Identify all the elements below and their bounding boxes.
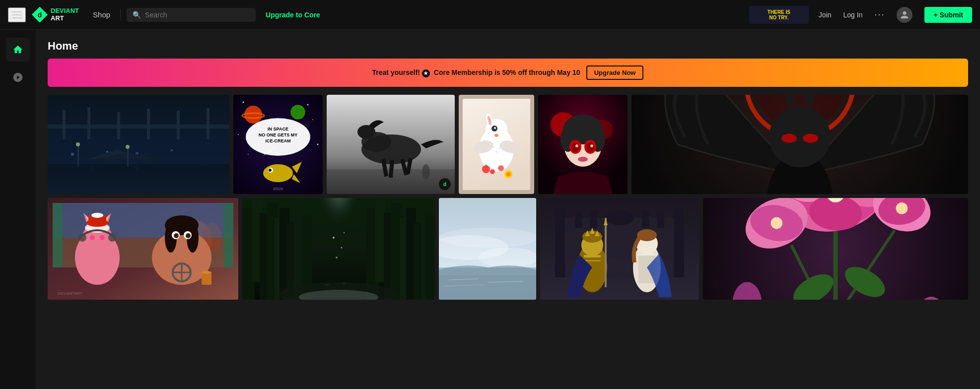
art-image-space-comic: IN SPACE NO ONE GETS MY ICE-CREAM 3/5/ [233,95,323,194]
hamburger-menu[interactable] [8,7,26,22]
svg-rect-135 [202,272,211,285]
art-grid: IN SPACE NO ONE GETS MY ICE-CREAM 3/5/ [36,95,980,312]
svg-rect-4 [63,110,66,139]
art-card[interactable] [540,198,699,300]
page-header: Home [36,30,980,59]
art-card[interactable]: IN SPACE NO ONE GETS MY ICE-CREAM 3/5/ [233,95,323,194]
svg-rect-180 [674,208,684,277]
svg-point-18 [135,163,139,171]
art-card[interactable]: DEVIANTART [48,198,238,300]
promo-banner-text: Treat yourself! ★ Core Membership is 50%… [372,68,580,77]
art-image-sky-landscape [439,198,536,300]
svg-point-163 [341,247,343,249]
svg-rect-183 [657,213,664,228]
promo-text-nav: THERE IS NO TRY. [768,9,790,20]
join-button[interactable]: Join [819,11,832,19]
submit-button[interactable]: + Submit [924,7,972,23]
promo-banner-nav[interactable]: THERE IS NO TRY. [749,6,809,24]
svg-point-130 [174,233,179,238]
art-card[interactable] [459,95,534,194]
login-button[interactable]: Log In [843,11,863,19]
svg-rect-182 [590,210,597,228]
svg-rect-181 [575,213,582,228]
star-icon [12,72,23,83]
svg-point-96 [769,106,830,167]
art-image-city-night [48,95,229,194]
logo[interactable]: d DEVIANT ART [32,7,79,23]
svg-point-12 [106,151,108,153]
svg-rect-2 [48,95,229,194]
svg-rect-179 [555,208,565,277]
svg-point-13 [136,152,139,155]
promo-banner: Treat yourself! ★ Core Membership is 50%… [48,59,968,87]
svg-point-87 [571,142,579,152]
svg-point-28 [238,134,239,135]
svg-text:IN SPACE: IN SPACE [268,127,288,131]
svg-point-88 [586,142,594,152]
sidebar-item-watch[interactable] [6,65,30,89]
art-card[interactable]: d [327,95,455,194]
svg-rect-21 [127,147,129,167]
svg-rect-19 [77,144,79,167]
art-image-warrior-duo [540,198,699,300]
svg-point-164 [336,257,338,259]
svg-rect-3 [48,125,229,129]
svg-point-31 [244,106,262,124]
svg-point-72 [490,169,495,174]
svg-rect-8 [177,111,180,139]
svg-point-42 [269,169,272,172]
user-avatar[interactable] [897,7,912,23]
search-input[interactable] [145,11,250,19]
svg-point-118 [100,235,105,240]
art-image-furry-car: DEVIANTART [48,198,238,300]
art-card[interactable] [631,95,968,194]
svg-point-76 [499,148,500,149]
nav-divider [120,9,121,21]
svg-marker-16 [97,152,157,159]
art-card[interactable] [439,198,536,300]
upgrade-to-core-link[interactable]: Upgrade to Core [266,11,320,19]
svg-rect-108 [53,203,233,238]
logo-icon: d [32,7,48,23]
svg-point-162 [333,237,335,239]
svg-rect-173 [439,275,536,300]
user-icon [900,10,909,19]
svg-point-166 [324,284,329,286]
svg-rect-7 [147,109,150,139]
svg-rect-109 [53,203,63,267]
svg-point-24 [243,102,244,103]
page-title: Home [48,40,968,53]
svg-point-100 [803,133,818,142]
art-image-bw-horse: d [327,95,455,194]
sidebar-item-home[interactable] [6,38,30,62]
svg-point-167 [342,282,346,284]
svg-rect-184 [642,210,649,228]
svg-text:d: d [443,182,446,187]
main-content: Home Treat yourself! ★ Core Membership i… [36,30,980,389]
art-card[interactable] [242,198,435,300]
svg-text:3/5/23: 3/5/23 [273,187,283,191]
svg-point-20 [76,142,80,146]
svg-point-26 [307,104,309,106]
more-options-button[interactable]: ··· [874,9,885,20]
svg-rect-159 [426,215,435,300]
svg-rect-195 [605,218,607,287]
svg-point-68 [494,134,498,137]
shop-link[interactable]: Shop [89,10,114,19]
svg-point-89 [575,144,578,147]
svg-rect-189 [584,255,601,258]
art-card[interactable] [538,95,628,194]
search-box[interactable]: 🔍 [127,8,256,22]
art-card[interactable] [48,95,229,194]
svg-rect-10 [48,164,229,194]
upgrade-now-button[interactable]: Upgrade Now [586,65,644,80]
svg-rect-9 [207,108,210,139]
svg-point-131 [186,233,191,238]
svg-point-217 [770,217,782,229]
svg-point-172 [439,228,536,248]
art-image-forest-light [242,198,435,300]
svg-point-74 [506,172,510,176]
logo-text: DEVIANT ART [51,7,79,22]
svg-point-136 [202,271,211,274]
art-card[interactable] [703,198,968,300]
